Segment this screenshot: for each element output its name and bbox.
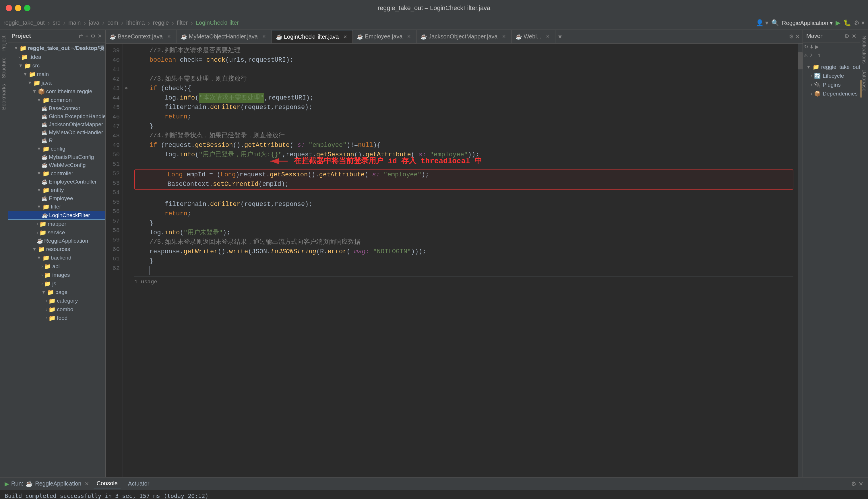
maven-run-icon[interactable]: ▶	[815, 44, 819, 50]
run-close-icon[interactable]: ✕	[85, 480, 89, 487]
tree-item-food[interactable]: › 📁 food	[8, 314, 105, 322]
settings-icon[interactable]: ⚙	[91, 33, 95, 39]
tree-item-employee[interactable]: ☕ Employee	[8, 194, 105, 203]
tree-item-java[interactable]: ▼ 📁 java	[8, 78, 105, 87]
maven-item-dependencies[interactable]: › 📦 Dependencies	[805, 89, 858, 98]
editor-settings-icon[interactable]: ⚙ ✕	[786, 30, 802, 43]
bookmarks-tab[interactable]: Bookmarks	[1, 84, 7, 110]
tab-close-icon[interactable]: ✕	[544, 33, 551, 40]
tab-more-icon[interactable]: ▾	[556, 30, 564, 43]
tree-item-webmvc[interactable]: ☕ WebMvcConfig	[8, 161, 105, 169]
tree-item-mymetaobject[interactable]: ☕ MyMetaObjectHandler	[8, 129, 105, 136]
run-close-panel-icon[interactable]: ✕	[858, 480, 864, 487]
maven-download-icon[interactable]: ⬇	[809, 44, 814, 50]
tree-item-label: category	[57, 298, 78, 304]
run-button[interactable]: ▶	[835, 19, 841, 27]
tree-item-entity[interactable]: ▼ 📁 entity	[8, 186, 105, 194]
tab-basecontext[interactable]: ☕ BaseContext.java ✕	[106, 30, 177, 43]
main-content: Project Structure Bookmarks Project ⇄ ≡ …	[0, 30, 868, 477]
maven-settings-icon[interactable]: ⚙	[844, 33, 849, 39]
tab-console[interactable]: Console	[94, 479, 120, 488]
tree-item-category[interactable]: › 📁 category	[8, 296, 105, 305]
maven-close-icon[interactable]: ✕	[852, 33, 857, 39]
tab-employee[interactable]: ☕ Employee.java ✕	[353, 30, 416, 43]
tree-item-service[interactable]: › 📁 service	[8, 228, 105, 237]
tree-item-combo[interactable]: › 📁 combo	[8, 305, 105, 314]
tree-item-config[interactable]: ▼ 📁 config	[8, 145, 105, 153]
tree-item-images[interactable]: › 📁 images	[8, 271, 105, 279]
sync-icon[interactable]: ⇄	[79, 33, 83, 39]
tree-item-filter[interactable]: ▼ 📁 filter	[8, 203, 105, 211]
tree-item-mybatisplus[interactable]: ☕ MybatisPlusConfig	[8, 153, 105, 161]
tree-item-label: api	[52, 263, 59, 270]
project-panel: Project ⇄ ≡ ⚙ ✕ ▼ 📁 reggie_take_out ~/De…	[8, 30, 106, 477]
tree-item-idea[interactable]: › 📁 .idea	[8, 53, 105, 61]
close-panel-icon[interactable]: ✕	[98, 33, 102, 39]
tab-close-icon[interactable]: ✕	[166, 33, 173, 40]
run-panel: ▶ Run: ☕ ReggieApplication ✕ Console Act…	[0, 477, 868, 499]
structure-tab[interactable]: Structure	[1, 57, 7, 78]
tree-item-src[interactable]: ▼ 📁 src	[8, 61, 105, 70]
maven-item-plugins[interactable]: › 🔌 Plugins	[805, 80, 858, 89]
tree-item-basecontext[interactable]: ☕ BaseContext	[8, 105, 105, 112]
folder-icon: 📁	[39, 220, 47, 228]
maven-item-lifecycle[interactable]: › 🔄 Lifecycle	[805, 71, 858, 80]
more-actions[interactable]: ⚙ ▾	[854, 19, 865, 27]
scrollbar-thumb[interactable]	[798, 52, 802, 70]
tree-item-api[interactable]: › 📁 api	[8, 262, 105, 271]
maven-item-root[interactable]: ▼ 📁 reggie_take_out	[805, 62, 858, 71]
project-tab[interactable]: Project	[1, 36, 7, 52]
window-controls[interactable]	[6, 5, 31, 11]
notifications-tab[interactable]: Notifications	[861, 36, 867, 64]
tree-item-root[interactable]: ▼ 📁 reggie_take_out ~/Desktop/项目/reggie_…	[8, 44, 105, 53]
tree-item-common[interactable]: ▼ 📁 common	[8, 96, 105, 105]
tree-item-backend[interactable]: ▼ 📁 backend	[8, 254, 105, 262]
chevron-icon: ▼	[37, 146, 41, 151]
gutter-icon: ⊕	[125, 85, 128, 92]
tab-mymetaobject[interactable]: ☕ MyMetaObjectHandler.java ✕	[177, 30, 272, 43]
config-selector[interactable]: ReggieApplication ▾	[782, 20, 833, 26]
tab-close-icon[interactable]: ✕	[405, 33, 412, 40]
tree-item-r[interactable]: ☕ R	[8, 136, 105, 145]
maven-title: Maven	[806, 33, 823, 39]
debug-button[interactable]: 🐛	[843, 19, 851, 27]
tab-close-icon[interactable]: ✕	[500, 33, 507, 40]
tree-item-globalexception[interactable]: ☕ GlobalExceptionHandler	[8, 112, 105, 120]
code-line-44: log.info("本次请求不需要处理",requestURI);	[134, 93, 793, 103]
tree-item-mapper[interactable]: › 📁 mapper	[8, 220, 105, 228]
user-icon[interactable]: 👤 ▾	[756, 19, 769, 27]
tree-item-label: combo	[57, 306, 73, 313]
tab-logincheckfilter[interactable]: ☕ LoginCheckFilter.java ✕	[272, 30, 353, 43]
tab-webl[interactable]: ☕ Webl... ✕	[511, 30, 556, 43]
tree-item-page[interactable]: ▼ 📁 page	[8, 288, 105, 296]
tab-actuator[interactable]: Actuator	[125, 479, 152, 488]
collapse-icon[interactable]: ≡	[85, 33, 88, 39]
tree-item-js[interactable]: › 📁 js	[8, 279, 105, 288]
minimize-button[interactable]	[15, 5, 21, 11]
usage-hint: 1 usage	[134, 277, 793, 287]
tab-jacksonmapper[interactable]: ☕ JacksonObjectMapper.java ✕	[416, 30, 511, 43]
maximize-button[interactable]	[24, 5, 31, 11]
maven-item-label: Dependencies	[823, 90, 857, 97]
run-panel-header: ▶ Run: ☕ ReggieApplication ✕ Console Act…	[0, 477, 868, 490]
tree-item-employeecontroller[interactable]: ☕ EmployeeController	[8, 178, 105, 186]
tree-item-controller[interactable]: ▼ 📁 controller	[8, 169, 105, 178]
tree-item-logincheckfilter[interactable]: ☕ LoginCheckFilter	[8, 211, 105, 220]
tab-close-icon[interactable]: ✕	[261, 33, 267, 40]
run-console: Build completed successfully in 3 sec, 1…	[0, 490, 868, 499]
folder-icon: 📁	[33, 80, 40, 86]
tree-item-jacksonmapper[interactable]: ☕ JacksonObjectMapper	[8, 120, 105, 129]
tab-close-icon[interactable]: ✕	[342, 34, 348, 40]
maven-reload-icon[interactable]: ↻	[804, 44, 808, 50]
close-button[interactable]	[6, 5, 12, 11]
tree-item-label: food	[57, 315, 68, 321]
tree-item-main[interactable]: ▼ 📁 main	[8, 70, 105, 78]
tree-item-reggieapp[interactable]: ☕ ReggieApplication	[8, 237, 105, 245]
mini-scrollbar[interactable]	[798, 44, 802, 477]
code-editor: 39 40 41 42 43 44 45 46 47 48 49 50 51 5…	[106, 44, 802, 477]
run-settings-icon[interactable]: ⚙	[851, 480, 856, 487]
tree-item-package[interactable]: ▼ 📦 com.itheima.reggie	[8, 87, 105, 96]
search-icon[interactable]: 🔍	[771, 19, 779, 27]
tree-item-resources[interactable]: ▼ 📁 resources	[8, 245, 105, 254]
folder-icon: 📁	[43, 145, 50, 152]
